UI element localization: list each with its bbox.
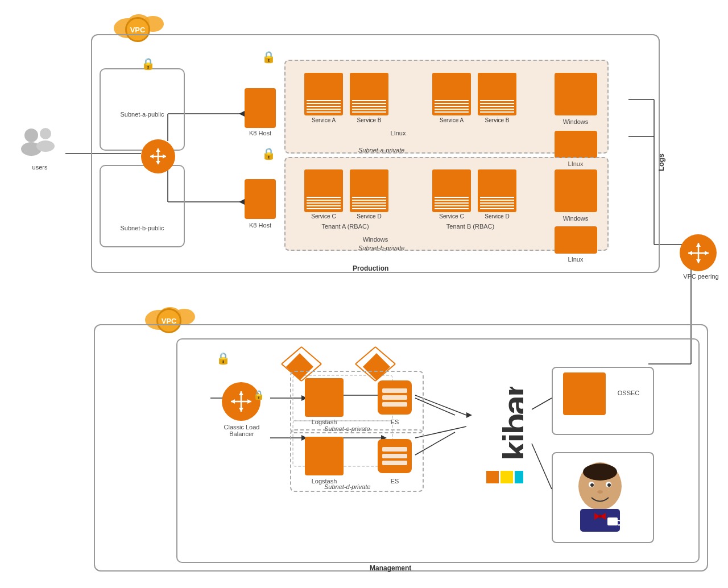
router-circle-prod bbox=[141, 139, 175, 173]
logs-label: Logs bbox=[657, 154, 665, 171]
svg-marker-55 bbox=[239, 391, 243, 395]
production-label: Production bbox=[353, 264, 388, 272]
lock-lb: 🔒 bbox=[253, 390, 264, 400]
logstash-2-label: Logstash bbox=[301, 478, 347, 485]
tenant-b-label: Tenant B (RBAC) bbox=[433, 223, 507, 230]
service-a-tr bbox=[432, 73, 471, 115]
service-c-bl-label: Service C bbox=[304, 213, 343, 220]
ossec-icon bbox=[563, 372, 606, 415]
service-b-tl bbox=[350, 73, 388, 115]
k8-host-1-label: K8 Host bbox=[239, 130, 282, 136]
svg-marker-58 bbox=[247, 399, 251, 404]
subnet-a-private-label: Subnet-a-private bbox=[358, 147, 404, 154]
svg-marker-50 bbox=[696, 259, 701, 263]
svg-rect-65 bbox=[382, 454, 407, 458]
svg-rect-78 bbox=[607, 517, 618, 525]
k8-host-2 bbox=[245, 179, 276, 219]
lock-4: 🔒 bbox=[262, 147, 276, 160]
service-d-bl-label: Service D bbox=[350, 213, 388, 220]
svg-marker-52 bbox=[705, 251, 709, 255]
subnet-a-public-label: Subnet-a-public bbox=[100, 111, 185, 118]
svg-marker-56 bbox=[239, 408, 243, 412]
service-a-tl bbox=[304, 73, 343, 115]
svg-marker-49 bbox=[696, 243, 701, 247]
svg-marker-43 bbox=[156, 148, 160, 152]
svg-rect-66 bbox=[382, 461, 407, 465]
subnet-b-public-box bbox=[100, 165, 185, 247]
svg-point-71 bbox=[590, 483, 594, 487]
service-b-tr-label: Service B bbox=[478, 117, 516, 123]
tenant-a-label: Tenant A (RBAC) bbox=[308, 223, 382, 230]
svg-marker-44 bbox=[156, 161, 160, 164]
svg-rect-62 bbox=[382, 402, 407, 407]
vpc-peering-circle bbox=[680, 234, 717, 271]
logstash-2 bbox=[305, 437, 344, 475]
svg-marker-45 bbox=[150, 154, 154, 159]
users-label: users bbox=[17, 164, 63, 171]
linux-bottom-right-label: LInux bbox=[551, 256, 601, 263]
service-c-br-label: Service C bbox=[432, 213, 471, 220]
es-2-label: ES bbox=[375, 478, 414, 485]
service-c-br bbox=[432, 169, 471, 212]
es-1-label: ES bbox=[375, 419, 414, 425]
service-d-bl bbox=[350, 169, 388, 212]
vpc-peering-label: VPC peering bbox=[677, 273, 725, 280]
service-d-br bbox=[478, 169, 516, 212]
logstash-1-label: Logstash bbox=[301, 419, 347, 425]
svg-marker-46 bbox=[163, 154, 166, 159]
subnet-b-public-label: Subnet-b-public bbox=[100, 225, 185, 231]
kibana-logo: kibana bbox=[455, 387, 523, 500]
windows-top bbox=[555, 73, 597, 115]
k8-host-2-label: K8 Host bbox=[239, 222, 282, 229]
linux-bottom-right bbox=[555, 226, 597, 254]
windows-bottom-os-label: Windows bbox=[347, 236, 404, 243]
service-c-bl bbox=[304, 169, 343, 212]
jenkins-icon bbox=[563, 461, 637, 535]
windows-bottom bbox=[555, 169, 597, 212]
svg-point-77 bbox=[598, 515, 602, 518]
classic-lb bbox=[222, 382, 260, 421]
svg-rect-60 bbox=[382, 388, 407, 393]
service-b-tl-label: Service B bbox=[350, 117, 388, 123]
logstash-1 bbox=[305, 378, 344, 417]
windows-top-label: Windows bbox=[551, 118, 601, 125]
service-b-tr bbox=[478, 73, 516, 115]
svg-point-40 bbox=[36, 140, 55, 152]
subnet-b-private-label: Subnet-b-private bbox=[358, 245, 404, 251]
lock-1: 🔒 bbox=[141, 57, 155, 71]
svg-marker-51 bbox=[688, 251, 692, 255]
linux-top-label: LInux bbox=[370, 130, 427, 136]
service-a-tr-label: Service A bbox=[432, 117, 471, 123]
service-d-br-label: Service D bbox=[478, 213, 516, 220]
lock-3: 🔒 bbox=[262, 50, 276, 64]
service-a-tl-label: Service A bbox=[304, 117, 343, 123]
svg-point-72 bbox=[607, 483, 611, 487]
svg-marker-57 bbox=[231, 399, 235, 404]
svg-point-37 bbox=[24, 129, 38, 142]
es-2 bbox=[375, 437, 414, 475]
es-1 bbox=[375, 378, 414, 417]
k8-host-1 bbox=[245, 88, 276, 128]
windows-bottom-label: Windows bbox=[551, 215, 601, 222]
svg-point-68 bbox=[583, 463, 617, 481]
lock-mgmt: 🔒 bbox=[216, 351, 230, 365]
svg-point-73 bbox=[597, 490, 603, 494]
svg-rect-64 bbox=[382, 447, 407, 452]
subnet-a-public-box bbox=[100, 68, 185, 151]
ossec-label: OSSEC bbox=[609, 390, 648, 396]
management-label: Management bbox=[370, 564, 411, 572]
linux-top-right bbox=[555, 131, 597, 158]
svg-rect-61 bbox=[382, 395, 407, 400]
classic-lb-label: Classic LoadBalancer bbox=[213, 424, 270, 437]
diagram: VPC Production Subnet-a-public Subnet-b-… bbox=[0, 0, 728, 588]
users-icon bbox=[14, 125, 65, 160]
svg-point-39 bbox=[40, 128, 51, 139]
